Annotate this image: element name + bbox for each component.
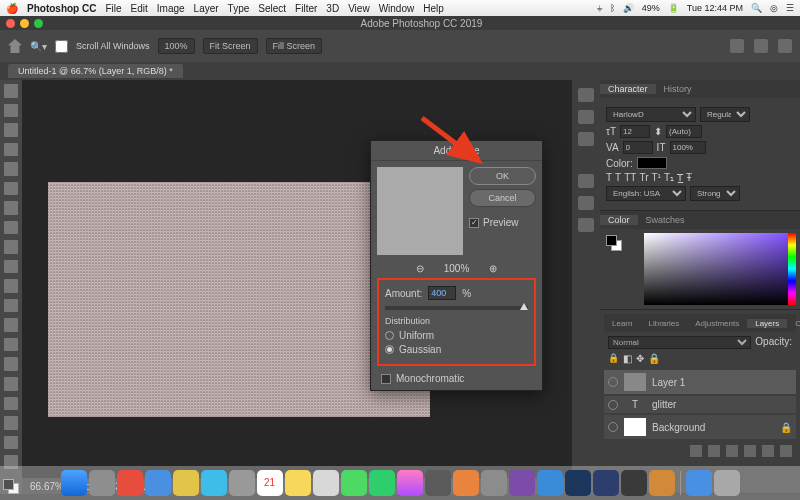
noise-preview[interactable]	[377, 167, 463, 255]
swatches-tab[interactable]: Swatches	[638, 215, 693, 225]
minimize-window-button[interactable]	[20, 19, 29, 28]
strike-icon[interactable]: Ŧ	[686, 172, 692, 183]
lock-icon[interactable]: 🔒	[608, 353, 619, 364]
zoom-window-button[interactable]	[34, 19, 43, 28]
stamp-tool-icon[interactable]	[4, 240, 18, 254]
amount-input[interactable]	[428, 286, 456, 300]
menu-3d[interactable]: 3D	[326, 3, 339, 14]
blur-tool-icon[interactable]	[4, 318, 18, 332]
monochromatic-checkbox[interactable]	[381, 374, 391, 384]
menu-type[interactable]: Type	[228, 3, 250, 14]
visibility-icon[interactable]	[608, 377, 618, 387]
chrome-app-icon[interactable]	[173, 470, 199, 496]
blend-mode-select[interactable]: Normal	[608, 336, 751, 349]
bluetooth-icon[interactable]: ᛒ	[610, 3, 615, 13]
zoom-in-icon[interactable]: ⊕	[489, 263, 497, 274]
gradient-tool-icon[interactable]	[4, 299, 18, 313]
panel-icon-4[interactable]	[578, 174, 594, 188]
pen-tool-icon[interactable]	[4, 357, 18, 371]
uniform-radio[interactable]	[385, 331, 394, 340]
font-size-input[interactable]	[620, 125, 650, 138]
caps-icon[interactable]: TT	[624, 172, 636, 183]
menu-filter[interactable]: Filter	[295, 3, 317, 14]
lasso-tool-icon[interactable]	[4, 123, 18, 137]
volume-icon[interactable]: 🔊	[623, 3, 634, 13]
calendar-app-icon[interactable]: 21	[257, 470, 283, 496]
downloads-app-icon[interactable]	[686, 470, 712, 496]
layer-name[interactable]: Background	[652, 422, 705, 433]
lock-pixels-icon[interactable]: ◧	[623, 353, 632, 364]
photoshop-app-icon[interactable]	[565, 470, 591, 496]
amount-slider[interactable]	[385, 306, 528, 310]
document-tab[interactable]: Untitled-1 @ 66.7% (Layer 1, RGB/8) *	[8, 64, 183, 78]
text-color-swatch[interactable]	[637, 157, 667, 169]
underline-icon[interactable]: T̲	[677, 172, 683, 183]
menu-window[interactable]: Window	[379, 3, 415, 14]
share-icon[interactable]	[778, 39, 792, 53]
preview-checkbox[interactable]: ✓	[469, 218, 479, 228]
zoom-out-icon[interactable]: ⊖	[416, 263, 424, 274]
fill-screen-button[interactable]: Fill Screen	[266, 38, 323, 54]
move-tool-icon[interactable]	[4, 84, 18, 98]
menu-image[interactable]: Image	[157, 3, 185, 14]
messages-app-icon[interactable]	[341, 470, 367, 496]
trash-app-icon[interactable]	[714, 470, 740, 496]
learn-tab[interactable]: Learn	[604, 319, 640, 328]
marquee-tool-icon[interactable]	[4, 104, 18, 118]
menu-file[interactable]: File	[105, 3, 121, 14]
reminders-app-icon[interactable]	[313, 470, 339, 496]
color-fg-bg-swatch[interactable]	[606, 235, 622, 251]
bold-icon[interactable]: T	[606, 172, 612, 183]
group-icon[interactable]	[744, 445, 756, 457]
eraser-tool-icon[interactable]	[4, 279, 18, 293]
siri-icon[interactable]: ◎	[770, 3, 778, 13]
mail-app-icon[interactable]	[201, 470, 227, 496]
wifi-icon[interactable]: ⏚	[597, 3, 602, 13]
facetime-app-icon[interactable]	[369, 470, 395, 496]
lock-position-icon[interactable]: ✥	[636, 353, 644, 364]
appstore-app-icon[interactable]	[425, 470, 451, 496]
battery-icon[interactable]: 🔋	[668, 3, 679, 13]
menu-select[interactable]: Select	[258, 3, 286, 14]
adjustment-icon[interactable]	[726, 445, 738, 457]
layer-row[interactable]: Background🔒	[604, 415, 796, 439]
layer-row[interactable]: Layer 1	[604, 370, 796, 394]
italic-icon[interactable]: T	[615, 172, 621, 183]
contacts-app-icon[interactable]	[229, 470, 255, 496]
menu-app[interactable]: Photoshop CC	[27, 3, 96, 14]
path-tool-icon[interactable]	[4, 397, 18, 411]
preferences-app-icon[interactable]	[481, 470, 507, 496]
ok-button[interactable]: OK	[469, 167, 536, 185]
hue-slider[interactable]	[788, 233, 796, 305]
leading-input[interactable]	[666, 125, 702, 138]
color-tab[interactable]: Color	[600, 215, 638, 225]
character-tab[interactable]: Character	[600, 84, 656, 94]
creative-cloud-app-icon[interactable]	[621, 470, 647, 496]
mask-icon[interactable]	[708, 445, 720, 457]
aa-select[interactable]: Strong	[690, 186, 740, 201]
lang-select[interactable]: English: USA	[606, 186, 686, 201]
crop-tool-icon[interactable]	[4, 162, 18, 176]
safari-app-icon[interactable]	[145, 470, 171, 496]
channels-tab[interactable]: Channels	[787, 319, 800, 328]
fx-icon[interactable]	[690, 445, 702, 457]
dodge-tool-icon[interactable]	[4, 338, 18, 352]
itunes-app-icon[interactable]	[397, 470, 423, 496]
type-tool-icon[interactable]	[4, 377, 18, 391]
libraries-tab[interactable]: Libraries	[640, 319, 687, 328]
hand-tool-icon[interactable]	[4, 436, 18, 450]
finder-app-icon[interactable]	[61, 470, 87, 496]
visibility-icon[interactable]	[608, 400, 618, 410]
menu-edit[interactable]: Edit	[131, 3, 148, 14]
visibility-icon[interactable]	[608, 422, 618, 432]
animate-app-icon[interactable]	[537, 470, 563, 496]
font-style-select[interactable]: Regular	[700, 107, 750, 122]
brush-tool-icon[interactable]	[4, 221, 18, 235]
panel-icon-3[interactable]	[578, 132, 594, 146]
layer-row[interactable]: Tglitter	[604, 396, 796, 413]
layer-thumb[interactable]	[624, 373, 646, 391]
layer-thumb[interactable]	[624, 418, 646, 436]
tracking-input[interactable]	[623, 141, 653, 154]
sub-icon[interactable]: T₁	[664, 172, 674, 183]
panel-icon-6[interactable]	[578, 218, 594, 232]
